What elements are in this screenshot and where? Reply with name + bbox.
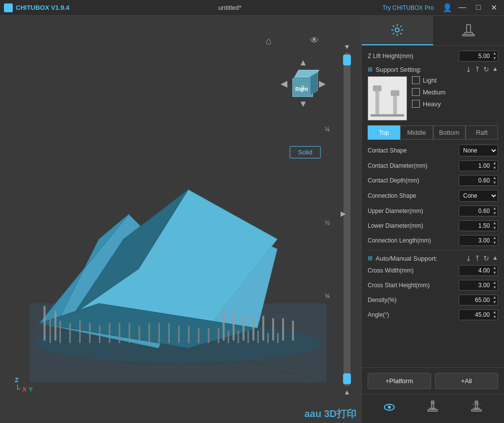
refresh-icon[interactable]: ↻	[483, 65, 489, 73]
titlebar: CHITUBOX V1.9.4 untitled* Try CHITUBOX P…	[0, 0, 504, 16]
nav-down-arrow[interactable]: ▼	[299, 99, 308, 109]
option-medium: Medium	[412, 88, 445, 96]
window-controls: — □ ✕	[455, 2, 500, 13]
density-up[interactable]: ▲	[492, 295, 498, 300]
z-lift-spinbox[interactable]: ▲ ▼	[459, 51, 498, 61]
connection-length-spinbox[interactable]: ▲ ▼	[459, 235, 498, 246]
solid-button[interactable]: Solid	[290, 146, 321, 158]
angle-input[interactable]	[459, 310, 492, 320]
platform-button[interactable]: +Platform	[368, 373, 431, 389]
checkbox-heavy[interactable]	[412, 100, 420, 108]
checkbox-light[interactable]	[412, 76, 420, 84]
contact-diameter-input[interactable]	[459, 161, 492, 171]
cross-start-up[interactable]: ▲	[492, 280, 498, 285]
expand-icon[interactable]: ▶	[341, 210, 346, 217]
cross-start-down[interactable]: ▼	[492, 285, 498, 290]
connection-length-down[interactable]: ▼	[492, 241, 498, 245]
upper-diameter-up[interactable]: ▲	[492, 206, 498, 211]
collapse-icon[interactable]: ▲	[492, 65, 498, 73]
cross-width-up[interactable]: ▲	[492, 266, 498, 271]
z-lift-down[interactable]: ▼	[492, 56, 498, 61]
angle-down[interactable]: ▼	[492, 315, 498, 320]
tab-support[interactable]	[433, 16, 504, 45]
home-icon[interactable]: ⌂	[266, 35, 272, 47]
lower-diameter-input[interactable]	[459, 221, 492, 231]
connection-shape-select[interactable]: Cone Cylinder	[459, 190, 498, 202]
tab-top[interactable]: Top	[368, 125, 400, 140]
nav-right-arrow[interactable]: ▶	[319, 78, 326, 89]
density-spinbox[interactable]: ▲ ▼	[459, 295, 498, 305]
connection-length-up[interactable]: ▲	[492, 236, 498, 241]
eye-bar-icon[interactable]	[380, 398, 398, 419]
tab-raft[interactable]: Raft	[466, 125, 498, 140]
z-lift-row: Z Lift Height(mm) ▲ ▼	[368, 51, 498, 61]
cross-width-input[interactable]	[459, 266, 492, 275]
auto-collapse-icon[interactable]: ▲	[492, 254, 498, 262]
auto-refresh-icon[interactable]: ↻	[483, 254, 489, 262]
checkbox-medium[interactable]	[412, 88, 420, 96]
promo-link[interactable]: Try CHITUBOX Pro	[382, 4, 434, 11]
slider-up-btn[interactable]: ▼	[344, 43, 350, 51]
option-heavy-label: Heavy	[423, 100, 441, 108]
cross-start-spinbox[interactable]: ▲ ▼	[459, 280, 498, 291]
contact-depth-input[interactable]	[459, 176, 492, 185]
axis-z-label: Z	[15, 376, 33, 384]
nav-left-arrow[interactable]: ◀	[281, 78, 287, 89]
z-lift-arrows: ▲ ▼	[492, 51, 498, 61]
lower-diameter-spinbox[interactable]: ▲ ▼	[459, 220, 498, 231]
connection-length-input[interactable]	[459, 236, 492, 245]
nav-up-arrow[interactable]: ▲	[299, 58, 308, 68]
lower-diameter-up[interactable]: ▲	[492, 221, 498, 226]
auto-export-icon[interactable]: ⤒	[474, 254, 480, 262]
axis-x-label: X	[22, 386, 27, 393]
settings-icon	[390, 23, 404, 37]
slider-thumb-bottom[interactable]	[343, 373, 351, 384]
contact-depth-spinbox[interactable]: ▲ ▼	[459, 175, 498, 186]
z-lift-up[interactable]: ▲	[492, 51, 498, 56]
nav-cube[interactable]: R Right	[288, 70, 318, 97]
eye-icon[interactable]: 👁	[310, 35, 319, 46]
upper-diameter-spinbox[interactable]: ▲ ▼	[459, 206, 498, 216]
upper-diameter-input[interactable]	[459, 206, 492, 216]
import-icon[interactable]: ⤓	[466, 65, 472, 73]
contact-diameter-spinbox[interactable]: ▲ ▼	[459, 160, 498, 171]
slider-track[interactable]: ¼ ½ ¾ ▶	[344, 53, 350, 386]
auto-import-icon[interactable]: ⤓	[466, 254, 472, 262]
viewport[interactable]: ⌂ 👁 ▲ ◀ R R	[0, 16, 361, 423]
tab-settings[interactable]	[362, 16, 433, 45]
angle-row: Angle(°) ▲ ▼	[368, 309, 498, 320]
slice-bar-icon[interactable]	[468, 398, 485, 419]
lower-diameter-down[interactable]: ▼	[492, 226, 498, 231]
connection-length-label: Connection Length(mm)	[368, 237, 459, 244]
density-label: Density(%)	[368, 297, 459, 303]
density-down[interactable]: ▼	[492, 300, 498, 305]
support-bar-icon[interactable]	[424, 398, 441, 419]
density-input[interactable]	[459, 295, 492, 305]
user-icon[interactable]: 👤	[440, 2, 455, 13]
angle-up[interactable]: ▲	[492, 310, 498, 315]
contact-shape-select[interactable]: None Sphere Cylinder	[459, 145, 498, 156]
auto-manual-icon: ⊞	[368, 255, 373, 262]
contact-diameter-up[interactable]: ▲	[492, 161, 498, 166]
tab-middle[interactable]: Middle	[400, 125, 433, 140]
upper-diameter-down[interactable]: ▼	[492, 211, 498, 216]
contact-depth-down[interactable]: ▼	[492, 181, 498, 185]
svg-rect-55	[463, 34, 474, 36]
all-button[interactable]: +All	[435, 373, 499, 389]
export-icon[interactable]: ⤒	[474, 65, 480, 73]
minimize-button[interactable]: —	[455, 2, 469, 13]
maximize-button[interactable]: □	[473, 2, 484, 13]
cross-start-input[interactable]	[459, 280, 492, 290]
slider-down-btn[interactable]: ▲	[344, 388, 350, 396]
tab-bottom[interactable]: Bottom	[433, 125, 466, 140]
eye-icon-svg	[382, 400, 396, 414]
close-button[interactable]: ✕	[488, 2, 500, 13]
cross-width-spinbox[interactable]: ▲ ▼	[459, 265, 498, 276]
angle-spinbox[interactable]: ▲ ▼	[459, 309, 498, 320]
z-lift-input[interactable]	[459, 51, 492, 61]
cross-width-down[interactable]: ▼	[492, 271, 498, 275]
slider-thumb-top[interactable]	[343, 55, 351, 65]
contact-diameter-down[interactable]: ▼	[492, 166, 498, 171]
cross-width-label: Cross Width(mm)	[368, 267, 459, 274]
contact-depth-up[interactable]: ▲	[492, 176, 498, 181]
